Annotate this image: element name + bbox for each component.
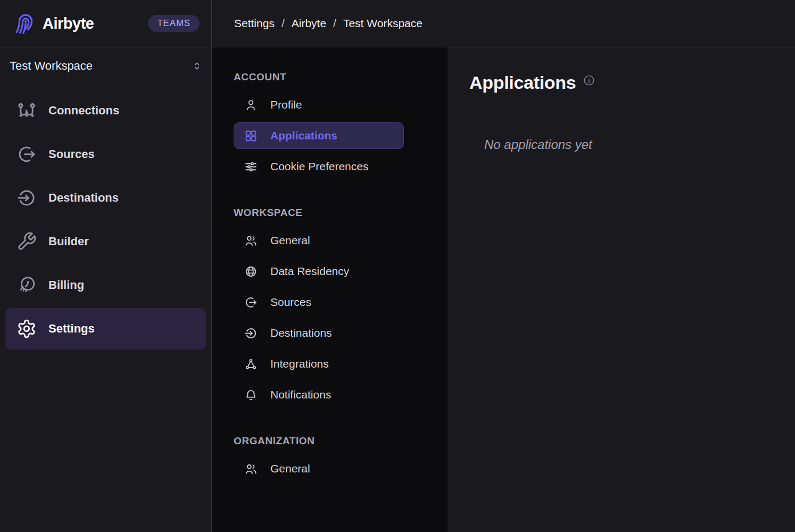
sidebar-item-destinations[interactable]: Destinations bbox=[5, 177, 206, 219]
sidebar: Test Workspace Connections Sources Desti… bbox=[0, 47, 212, 532]
breadcrumb-airbyte[interactable]: Airbyte bbox=[292, 17, 326, 30]
wrench-icon bbox=[16, 231, 37, 252]
nav-item-label: Destinations bbox=[270, 327, 332, 339]
teams-badge: TEAMS bbox=[148, 15, 200, 32]
coin-icon bbox=[16, 275, 37, 296]
breadcrumb-separator: / bbox=[281, 17, 285, 30]
breadcrumb: Settings / Airbyte / Test Workspace bbox=[212, 0, 423, 47]
nav-item-label: General bbox=[270, 234, 310, 247]
gear-icon bbox=[16, 318, 37, 339]
top-bar: Airbyte TEAMS Settings / Airbyte / Test … bbox=[0, 0, 795, 47]
sidebar-item-connections[interactable]: Connections bbox=[5, 90, 206, 131]
users-icon bbox=[244, 462, 258, 476]
workspace-switcher-label: Test Workspace bbox=[10, 59, 93, 73]
section-title-workspace: WORKSPACE bbox=[234, 206, 448, 219]
nav-item-label: Integrations bbox=[270, 358, 329, 370]
sidebar-item-label: Destinations bbox=[48, 191, 119, 205]
nav-item-label: Data Residency bbox=[270, 265, 349, 278]
sidebar-item-settings[interactable]: Settings bbox=[5, 308, 206, 350]
sidebar-nav: Connections Sources Destinations Builder… bbox=[0, 90, 211, 350]
nodes-icon bbox=[244, 358, 258, 371]
settings-section-account: ACCOUNT Profile Applications Cookie Pref… bbox=[212, 71, 448, 180]
sidebar-item-label: Billing bbox=[48, 278, 84, 292]
nav-item-label: Sources bbox=[270, 296, 311, 309]
settings-nav-item-applications[interactable]: Applications bbox=[234, 122, 404, 149]
destination-icon bbox=[16, 187, 37, 209]
settings-nav-item-organization-general[interactable]: General bbox=[234, 455, 404, 482]
settings-nav-item-sources[interactable]: Sources bbox=[234, 289, 404, 315]
settings-nav-item-cookie-preferences[interactable]: Cookie Preferences bbox=[234, 153, 404, 180]
settings-section-workspace: WORKSPACE General Data Residency Sources bbox=[212, 206, 448, 408]
nav-item-label: Profile bbox=[270, 98, 302, 111]
main-content: Applications No applications yet bbox=[448, 47, 795, 532]
settings-nav-item-profile[interactable]: Profile bbox=[234, 92, 404, 118]
users-icon bbox=[244, 234, 258, 247]
bell-icon bbox=[244, 388, 258, 402]
source-icon bbox=[16, 144, 37, 165]
section-title-organization: ORGANIZATION bbox=[234, 435, 448, 447]
settings-section-organization: ORGANIZATION General bbox=[212, 435, 448, 482]
settings-nav-item-workspace-general[interactable]: General bbox=[234, 227, 404, 254]
content-row: Test Workspace Connections Sources Desti… bbox=[0, 47, 795, 532]
sidebar-item-builder[interactable]: Builder bbox=[5, 221, 206, 262]
source-icon bbox=[244, 296, 258, 309]
globe-icon bbox=[244, 265, 258, 278]
connections-icon bbox=[16, 100, 37, 121]
nav-item-label: Cookie Preferences bbox=[270, 160, 368, 173]
sliders-icon bbox=[244, 160, 258, 173]
settings-nav-item-data-residency[interactable]: Data Residency bbox=[234, 258, 404, 285]
nav-item-label: Notifications bbox=[270, 388, 331, 401]
sidebar-item-billing[interactable]: Billing bbox=[5, 264, 206, 306]
brand-name: Airbyte bbox=[43, 15, 94, 32]
brand-area: Airbyte TEAMS bbox=[0, 0, 212, 47]
sidebar-item-sources[interactable]: Sources bbox=[5, 134, 206, 175]
sidebar-item-label: Builder bbox=[48, 235, 89, 248]
airbyte-logo-icon bbox=[12, 11, 37, 36]
destination-icon bbox=[244, 327, 258, 340]
page-title-row: Applications bbox=[469, 72, 795, 93]
info-icon[interactable] bbox=[583, 74, 595, 86]
page-title: Applications bbox=[469, 72, 576, 93]
breadcrumb-settings[interactable]: Settings bbox=[234, 17, 275, 30]
sidebar-item-label: Settings bbox=[48, 322, 95, 336]
settings-nav-item-notifications[interactable]: Notifications bbox=[234, 381, 404, 408]
section-title-account: ACCOUNT bbox=[234, 71, 448, 84]
airbyte-app: Airbyte TEAMS Settings / Airbyte / Test … bbox=[0, 0, 795, 532]
settings-nav-item-destinations[interactable]: Destinations bbox=[234, 320, 404, 346]
empty-state-message: No applications yet bbox=[484, 137, 795, 152]
nav-item-label: Applications bbox=[270, 129, 337, 142]
settings-nav-item-integrations[interactable]: Integrations bbox=[234, 351, 404, 377]
settings-nav-panel: ACCOUNT Profile Applications Cookie Pref… bbox=[212, 47, 448, 532]
grid-icon bbox=[244, 129, 258, 143]
breadcrumb-test-workspace[interactable]: Test Workspace bbox=[343, 17, 423, 30]
sidebar-item-label: Connections bbox=[48, 104, 119, 118]
workspace-switcher[interactable]: Test Workspace bbox=[0, 53, 211, 79]
nav-item-label: General bbox=[270, 462, 310, 475]
sidebar-item-label: Sources bbox=[48, 147, 95, 161]
breadcrumb-separator: / bbox=[333, 17, 336, 30]
chevron-up-down-icon[interactable] bbox=[191, 59, 203, 73]
user-icon bbox=[244, 98, 258, 112]
